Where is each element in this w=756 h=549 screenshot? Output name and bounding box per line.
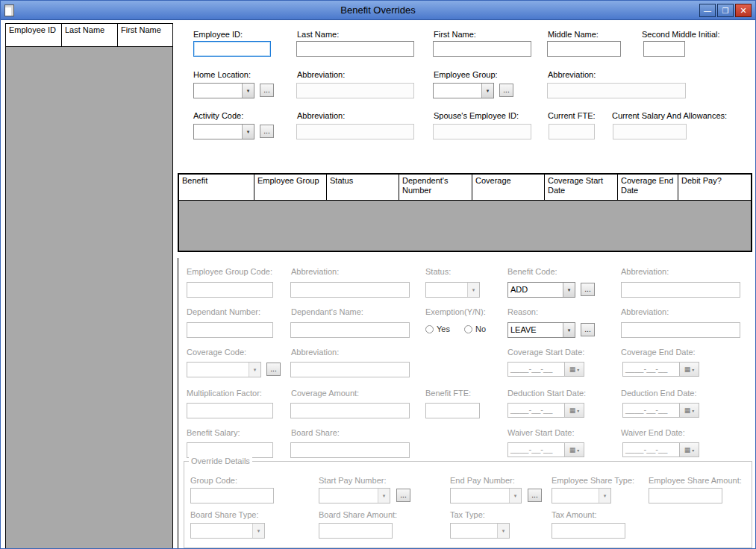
reason-browse-button[interactable]: ... — [581, 323, 595, 336]
activity-code-select[interactable]: ▾ — [193, 124, 254, 139]
start-pay-number-select[interactable]: ▾ — [319, 488, 390, 503]
eg-abbr-label: Abbreviation: — [291, 267, 339, 276]
employee-share-type-select[interactable]: ▾ — [552, 488, 611, 503]
coverage-amount-label: Coverage Amount: — [291, 389, 359, 398]
benefit-code-browse-button[interactable]: ... — [581, 283, 595, 296]
waiver-start-date-input[interactable]: ____-__-__ ▦▾ — [507, 442, 584, 457]
window-title: Benefit Overrides — [1, 4, 755, 16]
current-salary-label: Current Salary And Allowances: — [612, 111, 727, 120]
list-column-first-name[interactable]: First Name — [118, 24, 172, 47]
benefit-code-label: Benefit Code: — [507, 267, 557, 276]
coverage-abbr-input — [290, 362, 410, 377]
employee-group-abbr-input — [547, 83, 686, 98]
employee-id-label: Employee ID: — [193, 30, 243, 39]
deduction-end-date-input[interactable]: ____-__-__ ▦▾ — [622, 403, 699, 418]
activity-code-browse-button[interactable]: ... — [260, 125, 274, 138]
benefits-grid-body[interactable] — [179, 201, 751, 251]
start-pay-number-label: Start Pay Number: — [319, 476, 386, 485]
middle-name-input[interactable] — [547, 41, 621, 57]
board-share-input — [290, 442, 410, 458]
override-details-title: Override Details — [189, 457, 252, 465]
status-select[interactable]: ▾ — [425, 282, 480, 298]
chevron-down-icon: ▾ — [692, 367, 694, 372]
chevron-down-icon: ▾ — [378, 489, 390, 503]
window-controls: — ❐ ✕ — [699, 4, 752, 17]
calendar-icon: ▦ — [569, 447, 576, 454]
title-bar[interactable]: Benefit Overrides — ❐ ✕ — [1, 1, 755, 20]
close-button[interactable]: ✕ — [735, 4, 752, 17]
calendar-dropdown-button[interactable]: ▦▾ — [565, 403, 584, 418]
current-fte-input — [549, 124, 595, 139]
eg-abbr-input — [290, 282, 410, 298]
end-pay-number-browse-button[interactable]: ... — [528, 489, 542, 502]
calendar-dropdown-button[interactable]: ▦▾ — [680, 442, 699, 457]
exemption-yes-label: Yes — [437, 324, 450, 333]
grid-column-benefit[interactable]: Benefit — [179, 175, 254, 200]
reason-select[interactable]: LEAVE ▾ — [507, 322, 575, 338]
employee-share-amount-input — [649, 488, 722, 503]
home-location-browse-button[interactable]: ... — [260, 84, 274, 97]
activity-code-abbr-label: Abbreviation: — [297, 111, 345, 120]
employee-group-browse-button[interactable]: ... — [499, 84, 513, 97]
board-share-amount-input — [319, 523, 393, 539]
calendar-icon: ▦ — [569, 366, 576, 373]
benefit-salary-label: Benefit Salary: — [187, 428, 240, 437]
calendar-dropdown-button[interactable]: ▦▾ — [680, 362, 699, 377]
grid-column-debit-pay[interactable]: Debit Pay? — [678, 175, 751, 200]
employee-group-abbr-label: Abbreviation: — [548, 70, 596, 79]
maximize-button[interactable]: ❐ — [717, 4, 734, 17]
employee-id-input[interactable] — [193, 41, 271, 57]
chevron-down-icon: ▾ — [577, 448, 579, 453]
employee-group-label: Employee Group: — [434, 70, 498, 79]
grid-column-employee-group[interactable]: Employee Group — [254, 175, 327, 200]
board-share-type-select[interactable]: ▾ — [190, 523, 265, 539]
minimize-button[interactable]: — — [699, 4, 716, 17]
end-pay-number-label: End Pay Number: — [450, 476, 515, 485]
multiplication-factor-input — [187, 403, 273, 418]
tax-type-select[interactable]: ▾ — [450, 523, 510, 539]
grid-column-coverage[interactable]: Coverage — [472, 175, 545, 200]
grid-column-coverage-end-date[interactable]: Coverage End Date — [618, 175, 678, 200]
coverage-amount-input — [290, 403, 410, 418]
waiver-end-date-input[interactable]: ____-__-__ ▦▾ — [622, 442, 699, 457]
employee-group-select[interactable]: ▾ — [433, 83, 494, 98]
start-pay-number-browse-button[interactable]: ... — [396, 489, 410, 502]
second-middle-initial-input[interactable] — [643, 41, 685, 57]
chevron-down-icon: ▾ — [497, 524, 509, 538]
calendar-dropdown-button[interactable]: ▦▾ — [680, 403, 699, 418]
coverage-end-date-input[interactable]: ____-__-__ ▦▾ — [622, 362, 699, 377]
calendar-dropdown-button[interactable]: ▦▾ — [565, 442, 584, 457]
exemption-no-radio[interactable] — [464, 325, 472, 333]
deduction-end-date-label: Deduction End Date: — [621, 389, 697, 398]
calendar-dropdown-button[interactable]: ▦▾ — [565, 362, 584, 377]
exemption-yes-radio[interactable] — [425, 325, 434, 333]
chevron-down-icon: ▾ — [563, 323, 575, 337]
chevron-down-icon: ▾ — [242, 125, 254, 139]
coverage-code-browse-button[interactable]: ... — [266, 363, 281, 376]
grid-column-dependents-number[interactable]: Dependent's Number — [399, 175, 472, 200]
list-column-last-name[interactable]: Last Name — [62, 24, 118, 47]
coverage-end-date-label: Coverage End Date: — [621, 348, 696, 357]
list-column-employee-id[interactable]: Employee ID — [6, 24, 62, 47]
home-location-select[interactable]: ▾ — [193, 83, 254, 98]
employee-group-code-label: Employee Group Code: — [187, 267, 272, 276]
tax-type-label: Tax Type: — [450, 510, 485, 519]
chevron-down-icon: ▾ — [577, 408, 579, 413]
dependant-number-label: Dependant Number: — [187, 307, 260, 316]
grid-column-status[interactable]: Status — [327, 175, 399, 200]
benefits-grid: Benefit Employee Group Status Dependent'… — [178, 173, 752, 252]
coverage-code-select[interactable]: ▾ — [187, 362, 261, 377]
deduction-start-date-input[interactable]: ____-__-__ ▦▾ — [507, 403, 584, 418]
last-name-input[interactable] — [296, 41, 414, 57]
grid-column-coverage-start-date[interactable]: Coverage Start Date — [545, 175, 618, 200]
end-pay-number-select[interactable]: ▾ — [450, 488, 522, 503]
calendar-icon: ▦ — [684, 447, 691, 454]
coverage-start-date-input[interactable]: ____-__-__ ▦▾ — [507, 362, 584, 377]
employee-group-code-input — [187, 282, 273, 298]
home-location-label: Home Location: — [193, 70, 251, 79]
coverage-code-label: Coverage Code: — [187, 348, 246, 357]
employee-list-header: Employee ID Last Name First Name — [6, 24, 172, 47]
benefit-code-select[interactable]: ADD ▾ — [507, 282, 575, 298]
employee-list-body[interactable] — [6, 47, 172, 549]
first-name-input[interactable] — [433, 41, 531, 57]
